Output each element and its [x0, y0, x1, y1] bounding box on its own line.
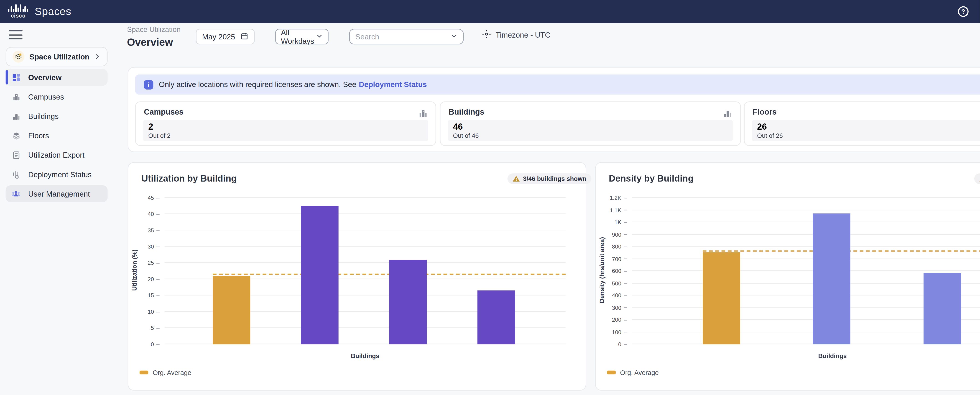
y-tick-mark [624, 283, 627, 284]
bar[interactable] [702, 252, 740, 344]
bar[interactable] [924, 273, 961, 344]
search-box[interactable] [349, 29, 464, 45]
y-tick-mark [624, 198, 627, 198]
card-title: Buildings [449, 108, 484, 116]
card-subtext: Out of 2 [148, 132, 423, 139]
y-tick-mark [624, 246, 627, 247]
sidebar-item-label: User Management [28, 189, 90, 198]
chevron-down-icon[interactable] [450, 32, 457, 41]
chevron-down-icon [316, 32, 323, 41]
legend-label: Org. Average [620, 369, 659, 376]
y-tick-mark [156, 295, 160, 296]
y-tick-label: 600 [612, 268, 621, 274]
bar[interactable] [813, 214, 851, 344]
y-tick-label: 1.2K [610, 195, 621, 201]
y-tick-label: 400 [612, 292, 621, 298]
y-tick-mark [624, 344, 627, 345]
sidebar-item-campuses[interactable]: Campuses [6, 88, 108, 105]
bar[interactable] [213, 276, 250, 344]
gridline [632, 197, 980, 198]
module-selector-space-utilization[interactable]: Space Utilization [6, 47, 108, 66]
y-tick-mark [624, 332, 627, 332]
buildings-shown-badge [974, 174, 980, 184]
y-tick-mark [156, 344, 160, 345]
license-info-banner: i Only active locations with required li… [135, 75, 980, 94]
overview-grid-icon [11, 73, 21, 82]
y-tick-label: 1K [614, 219, 621, 225]
month-picker[interactable]: May 2025 [196, 29, 255, 45]
module-label: Space Utilization [29, 52, 94, 61]
y-tick-mark [624, 271, 627, 272]
card-title: Campuses [144, 108, 183, 116]
y-tick-label: 900 [612, 231, 621, 237]
help-icon[interactable]: ? [957, 6, 969, 18]
warning-icon [979, 175, 980, 182]
sidebar-item-overview[interactable]: Overview [6, 69, 108, 86]
svg-text:?: ? [961, 8, 965, 15]
export-document-icon [11, 150, 21, 160]
search-input[interactable] [355, 32, 443, 41]
card-value: 26 [757, 122, 980, 131]
bar[interactable] [389, 260, 427, 344]
utilization-by-building-card: Utilization by Building 3/46 buildings s… [128, 162, 586, 391]
y-tick-label: 45 [148, 195, 154, 201]
gridline [165, 230, 566, 231]
bar[interactable] [301, 206, 339, 344]
breadcrumb: Space Utilization [127, 26, 181, 33]
y-tick-mark [156, 198, 160, 198]
app-root: cisco Spaces ? Space Utilization Overvie… [0, 0, 980, 395]
chart-title: Density by Building [609, 174, 694, 183]
workdays-filter-value: All Workdays [281, 28, 316, 45]
deployment-status-icon [11, 170, 21, 179]
y-tick-mark [624, 307, 627, 308]
y-tick-label: 25 [148, 260, 154, 266]
gridline [632, 221, 980, 222]
sidebar-item-utilization-export[interactable]: Utilization Export [6, 147, 108, 163]
bar[interactable] [477, 291, 515, 344]
y-axis-ticks: 01002003004005006007008009001K1.1K1.2K [596, 198, 627, 344]
brand: cisco Spaces [0, 4, 71, 19]
y-tick-label: 35 [148, 227, 154, 234]
org-average-swatch [607, 371, 616, 374]
campus-building-icon [11, 92, 21, 101]
y-tick-label: 700 [612, 256, 621, 262]
timezone-indicator[interactable]: Timezone - UTC [482, 29, 550, 41]
legend-label: Org. Average [153, 369, 191, 376]
density-by-building-card: Density by Building Density (hrs/unit ar… [595, 162, 980, 391]
card-metric-box: 46 Out of 46 [448, 120, 733, 141]
buildings-shown-badge: 3/46 buildings shown [508, 174, 592, 184]
sidebar-item-label: Overview [28, 73, 62, 81]
cisco-bars [8, 4, 29, 12]
top-navigation-bar: cisco Spaces ? [0, 0, 980, 23]
workdays-filter-select[interactable]: All Workdays [275, 29, 329, 45]
y-tick-label: 100 [612, 329, 621, 335]
buildings-icon [723, 108, 733, 118]
y-tick-label: 200 [612, 317, 621, 323]
card-subtext: Out of 26 [757, 132, 980, 139]
card-subtext: Out of 46 [453, 132, 728, 139]
y-tick-label: 20 [148, 276, 154, 282]
y-tick-mark [624, 320, 627, 320]
chart-title: Utilization by Building [142, 174, 237, 183]
sidebar-item-user-management[interactable]: User Management [6, 185, 108, 202]
y-tick-label: 0 [618, 341, 621, 347]
gridline [632, 209, 980, 210]
warning-icon [512, 175, 520, 182]
sidebar-item-deployment-status[interactable]: Deployment Status [6, 166, 108, 183]
deployment-status-link[interactable]: Deployment Status [359, 80, 427, 89]
sidebar-item-label: Floors [28, 131, 49, 140]
sidebar-item-buildings[interactable]: Buildings [6, 108, 108, 124]
y-tick-mark [156, 246, 160, 247]
timezone-target-icon [482, 29, 491, 41]
sidebar-item-floors[interactable]: Floors [6, 127, 108, 144]
chart-legend: Org. Average [140, 369, 191, 376]
card-title: Floors [753, 108, 777, 116]
menu-toggle-icon[interactable] [9, 30, 22, 40]
gridline [632, 258, 980, 259]
y-tick-label: 5 [151, 325, 154, 331]
badge-text: 3/46 buildings shown [523, 175, 586, 182]
gridline [632, 234, 980, 234]
y-tick-mark [156, 230, 160, 231]
cisco-logo-icon: cisco [8, 4, 29, 19]
space-utilization-icon [13, 51, 24, 63]
